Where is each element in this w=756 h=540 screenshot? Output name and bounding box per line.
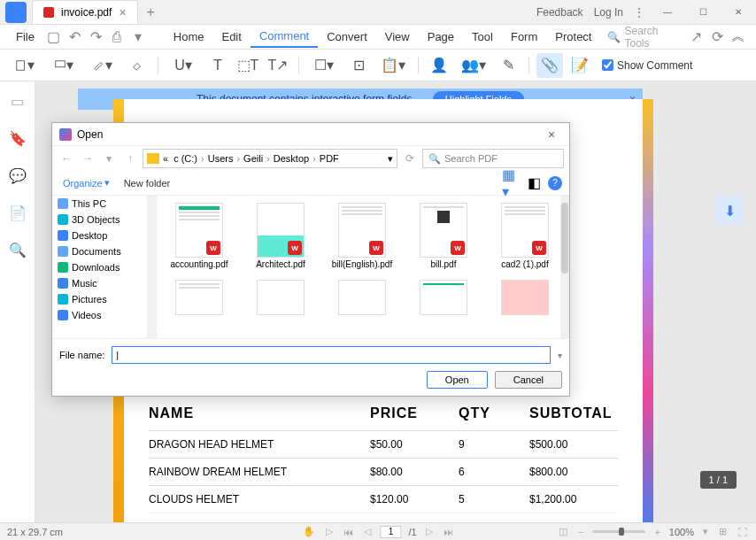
fullscreen-icon[interactable]: ⛶ [736,527,749,537]
dialog-close-button[interactable]: × [541,126,562,143]
eraser-tool[interactable] [124,53,150,78]
print-icon[interactable]: ⎙ [106,27,127,47]
new-folder-button[interactable]: New folder [120,176,174,190]
view-mode-icon[interactable]: ▦ ▾ [502,175,520,191]
organize-button[interactable]: Organize ▾ [59,175,113,190]
add-tab-button[interactable]: + [138,4,164,20]
sidebar-documents[interactable]: Documents [52,243,147,259]
hand-tool-icon[interactable]: ✋ [301,526,317,537]
bookmark-icon[interactable]: 🔖 [7,127,28,149]
pencil-tool[interactable]: ▾ [85,53,120,78]
nav-dropdown-icon[interactable]: ▾ [100,150,118,167]
collapse-icon[interactable]: ︽ [728,27,749,47]
save-icon[interactable]: ▢ [43,27,65,47]
search-panel-icon[interactable]: 🔍 [7,239,28,260]
file-partial-5[interactable] [490,280,560,315]
open-button[interactable]: Open [427,371,488,389]
sidebar-desktop[interactable]: Desktop [52,228,147,243]
sidebar-this-pc[interactable]: This PC [52,196,147,212]
sidebar-scrollbar[interactable] [148,196,157,338]
search-tools[interactable]: 🔍 Search Tools [600,25,685,50]
dialog-search[interactable]: 🔍 Search PDF [422,149,564,168]
redo-icon[interactable]: ↷ [85,27,106,47]
sidebar-pictures[interactable]: Pictures [52,291,147,307]
zoom-slider[interactable] [592,530,645,533]
menu-form[interactable]: Form [502,27,546,47]
sidebar-videos[interactable]: Videos [52,307,147,323]
fit-page-icon[interactable]: ⊞ [717,526,729,537]
more-icon[interactable]: ⋮ [634,6,644,19]
help-icon[interactable]: ? [548,176,562,190]
last-page-icon[interactable]: ⏭ [442,527,455,537]
download-button[interactable]: ⬇ [715,197,744,225]
menu-file[interactable]: File [7,27,43,47]
file-partial-3[interactable] [327,280,397,315]
document-tab[interactable]: invoice.pdf × [32,0,138,24]
thumbnails-icon[interactable]: ▭ [7,90,28,112]
stamp-tool[interactable]: 📋▾ [375,53,411,78]
person-tool[interactable]: 👤 [426,53,452,78]
comment-panel-icon[interactable]: 💬 [7,165,28,186]
text-tool[interactable]: T [204,53,231,78]
notes-panel-tool[interactable]: 📝 [567,53,593,78]
breadcrumb-dropdown-icon[interactable]: ▾ [388,153,393,165]
menu-comment[interactable]: Comment [251,26,318,48]
underline-tool[interactable]: U▾ [166,53,201,78]
menu-edit[interactable]: Edit [212,27,250,47]
refresh-icon[interactable]: ⟳ [401,150,419,167]
people-tool[interactable]: 👥▾ [456,53,491,78]
close-window-button[interactable]: ✕ [726,4,751,21]
menu-page[interactable]: Page [419,27,463,47]
menu-convert[interactable]: Convert [318,27,376,47]
menu-view[interactable]: View [376,27,419,47]
file-cad2[interactable]: W cad2 (1).pdf [490,203,560,269]
file-accounting[interactable]: W accounting.pdf [164,203,235,269]
undo-icon[interactable]: ↶ [65,27,86,47]
dropdown-icon[interactable]: ▾ [127,27,149,47]
breadcrumb[interactable]: « c (C:) › Users › Geili › Desktop › PDF… [143,149,397,168]
page-number-input[interactable] [380,526,401,538]
zoom-dropdown-icon[interactable]: ▾ [701,526,710,537]
zoom-out-icon[interactable]: − [576,527,585,537]
file-partial-1[interactable] [164,280,235,315]
close-tab-icon[interactable]: × [119,5,126,19]
sidebar-downloads[interactable]: Downloads [52,259,147,275]
attachments-icon[interactable]: 📄 [7,202,28,223]
next-page-icon[interactable]: ▷ [424,526,435,537]
select-tool-icon[interactable]: ▷ [324,526,335,537]
show-comment-checkbox[interactable] [602,59,613,71]
minimize-button[interactable]: — [655,4,680,21]
feedback-link[interactable]: Feedback [536,6,583,19]
menu-protect[interactable]: Protect [546,27,600,47]
textbox-tool[interactable]: ⬚T [235,53,261,78]
zoom-in-icon[interactable]: + [652,527,661,537]
login-link[interactable]: Log In [594,6,623,19]
cancel-button[interactable]: Cancel [495,371,562,389]
filetype-dropdown-icon[interactable]: ▾ [558,351,562,360]
external-link-icon[interactable]: ↗ [686,27,707,47]
nav-back-icon[interactable]: ← [58,150,75,167]
note-tool[interactable]: ▾ [7,53,42,78]
prev-page-icon[interactable]: ◁ [362,526,373,537]
callout-tool[interactable]: ▾ [46,53,81,78]
nav-forward-icon[interactable]: → [79,150,96,167]
file-architect[interactable]: W Architect.pdf [245,203,316,269]
fit-tool-icon[interactable]: ◫ [557,526,569,537]
measure-tool[interactable]: ⊡ [345,53,372,78]
sidebar-music[interactable]: Music [52,275,147,291]
shape-tool[interactable]: ☐▾ [306,53,342,78]
signature-tool[interactable]: ✎ [495,53,521,78]
attachment-tool[interactable]: 📎 [536,53,563,78]
filename-input[interactable] [112,346,551,364]
files-scrollbar[interactable] [560,196,569,338]
file-partial-2[interactable] [245,280,316,315]
file-bill[interactable]: W bill.pdf [408,203,479,269]
text-callout-tool[interactable]: T↗ [265,53,291,78]
maximize-button[interactable]: ☐ [690,4,715,21]
preview-pane-icon[interactable]: ◧ [525,175,543,191]
sidebar-3d-objects[interactable]: 3D Objects [52,212,147,228]
cloud-icon[interactable]: ⟳ [707,27,729,47]
file-partial-4[interactable] [408,280,479,315]
file-bill-english[interactable]: W bill(English).pdf [327,203,397,269]
menu-tool[interactable]: Tool [463,27,502,47]
